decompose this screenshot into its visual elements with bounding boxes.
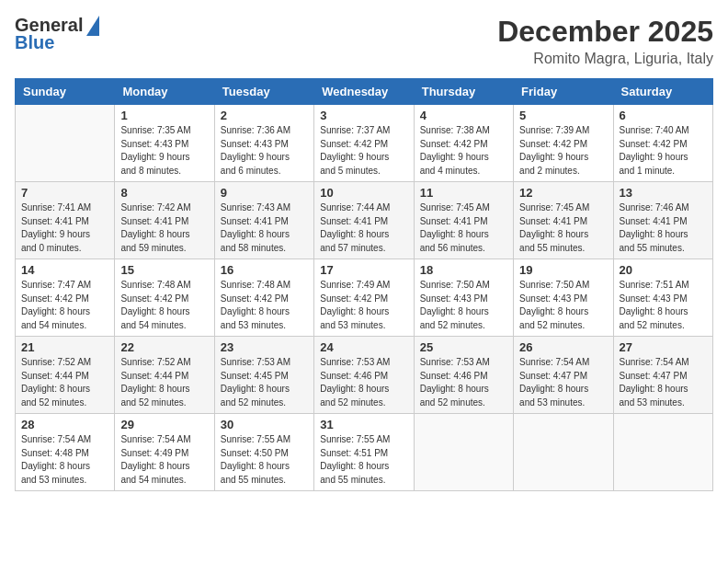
day-number: 29 xyxy=(120,418,208,431)
day-number: 6 xyxy=(620,109,707,122)
calendar-cell xyxy=(16,105,115,182)
calendar-cell: 28Sunrise: 7:54 AM Sunset: 4:48 PM Dayli… xyxy=(16,414,115,491)
calendar-cell: 12Sunrise: 7:45 AM Sunset: 4:41 PM Dayli… xyxy=(514,182,613,259)
day-number: 19 xyxy=(519,263,607,277)
day-info: Sunrise: 7:50 AM Sunset: 4:43 PM Dayligh… xyxy=(519,279,607,332)
calendar-day-header-sunday: Sunday xyxy=(16,79,115,105)
day-info: Sunrise: 7:45 AM Sunset: 4:41 PM Dayligh… xyxy=(519,201,607,255)
calendar-cell: 2Sunrise: 7:36 AM Sunset: 4:43 PM Daylig… xyxy=(214,105,313,182)
calendar-cell: 6Sunrise: 7:40 AM Sunset: 4:42 PM Daylig… xyxy=(613,105,712,182)
day-number: 28 xyxy=(21,418,108,431)
day-number: 15 xyxy=(120,263,208,277)
calendar-cell: 18Sunrise: 7:50 AM Sunset: 4:43 PM Dayli… xyxy=(414,259,513,337)
day-info: Sunrise: 7:53 AM Sunset: 4:46 PM Dayligh… xyxy=(320,356,407,409)
day-info: Sunrise: 7:54 AM Sunset: 4:48 PM Dayligh… xyxy=(21,433,108,487)
day-number: 14 xyxy=(21,263,108,277)
day-number: 3 xyxy=(320,109,407,122)
calendar-cell xyxy=(414,414,513,491)
calendar-week-row-2: 7Sunrise: 7:41 AM Sunset: 4:41 PM Daylig… xyxy=(16,182,713,259)
day-info: Sunrise: 7:54 AM Sunset: 4:47 PM Dayligh… xyxy=(620,356,707,409)
day-info: Sunrise: 7:54 AM Sunset: 4:49 PM Dayligh… xyxy=(120,433,208,487)
calendar-cell: 21Sunrise: 7:52 AM Sunset: 4:44 PM Dayli… xyxy=(16,337,115,414)
day-info: Sunrise: 7:49 AM Sunset: 4:42 PM Dayligh… xyxy=(320,279,407,332)
day-number: 12 xyxy=(519,186,607,200)
day-info: Sunrise: 7:41 AM Sunset: 4:41 PM Dayligh… xyxy=(21,201,108,255)
calendar-cell: 19Sunrise: 7:50 AM Sunset: 4:43 PM Dayli… xyxy=(514,259,613,337)
calendar-cell: 7Sunrise: 7:41 AM Sunset: 4:41 PM Daylig… xyxy=(16,182,115,259)
logo-triangle-icon xyxy=(86,16,99,36)
calendar-week-row-1: 1Sunrise: 7:35 AM Sunset: 4:43 PM Daylig… xyxy=(16,105,713,182)
day-number: 17 xyxy=(320,263,407,277)
calendar-cell: 24Sunrise: 7:53 AM Sunset: 4:46 PM Dayli… xyxy=(314,337,414,414)
day-info: Sunrise: 7:51 AM Sunset: 4:43 PM Dayligh… xyxy=(620,279,707,332)
calendar-cell: 30Sunrise: 7:55 AM Sunset: 4:50 PM Dayli… xyxy=(214,414,313,491)
day-number: 24 xyxy=(320,340,407,354)
day-info: Sunrise: 7:53 AM Sunset: 4:45 PM Dayligh… xyxy=(221,356,308,409)
calendar-cell: 1Sunrise: 7:35 AM Sunset: 4:43 PM Daylig… xyxy=(115,105,214,182)
day-info: Sunrise: 7:47 AM Sunset: 4:42 PM Dayligh… xyxy=(21,279,108,332)
day-number: 26 xyxy=(519,340,607,354)
day-info: Sunrise: 7:39 AM Sunset: 4:42 PM Dayligh… xyxy=(519,124,607,178)
calendar-cell: 15Sunrise: 7:48 AM Sunset: 4:42 PM Dayli… xyxy=(115,259,214,337)
day-number: 30 xyxy=(221,418,308,431)
calendar-cell xyxy=(613,414,712,491)
calendar-day-header-wednesday: Wednesday xyxy=(314,79,414,105)
month-title: December 2025 xyxy=(497,15,713,49)
day-number: 20 xyxy=(620,263,707,277)
calendar-cell: 31Sunrise: 7:55 AM Sunset: 4:51 PM Dayli… xyxy=(314,414,414,491)
day-info: Sunrise: 7:55 AM Sunset: 4:50 PM Dayligh… xyxy=(221,433,308,487)
calendar-cell: 29Sunrise: 7:54 AM Sunset: 4:49 PM Dayli… xyxy=(115,414,214,491)
day-info: Sunrise: 7:46 AM Sunset: 4:41 PM Dayligh… xyxy=(620,201,707,255)
day-number: 16 xyxy=(221,263,308,277)
title-block: December 2025 Romito Magra, Liguria, Ita… xyxy=(497,15,713,67)
day-number: 11 xyxy=(420,186,507,200)
day-number: 13 xyxy=(620,186,707,200)
calendar-week-row-5: 28Sunrise: 7:54 AM Sunset: 4:48 PM Dayli… xyxy=(16,414,713,491)
day-number: 21 xyxy=(21,340,108,354)
calendar-cell: 25Sunrise: 7:53 AM Sunset: 4:46 PM Dayli… xyxy=(414,337,513,414)
calendar-header-row: SundayMondayTuesdayWednesdayThursdayFrid… xyxy=(16,79,713,105)
day-number: 1 xyxy=(120,109,208,122)
day-number: 10 xyxy=(320,186,407,200)
day-number: 8 xyxy=(120,186,208,200)
day-info: Sunrise: 7:45 AM Sunset: 4:41 PM Dayligh… xyxy=(420,201,507,255)
calendar-cell: 27Sunrise: 7:54 AM Sunset: 4:47 PM Dayli… xyxy=(613,337,712,414)
calendar-day-header-saturday: Saturday xyxy=(613,79,712,105)
day-number: 18 xyxy=(420,263,507,277)
calendar-cell xyxy=(514,414,613,491)
calendar-cell: 5Sunrise: 7:39 AM Sunset: 4:42 PM Daylig… xyxy=(514,105,613,182)
calendar-week-row-3: 14Sunrise: 7:47 AM Sunset: 4:42 PM Dayli… xyxy=(16,259,713,337)
day-info: Sunrise: 7:35 AM Sunset: 4:43 PM Dayligh… xyxy=(120,124,208,178)
day-number: 23 xyxy=(221,340,308,354)
calendar-cell: 16Sunrise: 7:48 AM Sunset: 4:42 PM Dayli… xyxy=(214,259,313,337)
day-info: Sunrise: 7:37 AM Sunset: 4:42 PM Dayligh… xyxy=(320,124,407,178)
day-info: Sunrise: 7:48 AM Sunset: 4:42 PM Dayligh… xyxy=(120,279,208,332)
calendar-cell: 3Sunrise: 7:37 AM Sunset: 4:42 PM Daylig… xyxy=(314,105,414,182)
calendar-cell: 22Sunrise: 7:52 AM Sunset: 4:44 PM Dayli… xyxy=(115,337,214,414)
calendar-day-header-monday: Monday xyxy=(115,79,214,105)
calendar-day-header-thursday: Thursday xyxy=(414,79,513,105)
day-info: Sunrise: 7:53 AM Sunset: 4:46 PM Dayligh… xyxy=(420,356,507,409)
day-info: Sunrise: 7:36 AM Sunset: 4:43 PM Dayligh… xyxy=(221,124,308,178)
calendar-day-header-tuesday: Tuesday xyxy=(214,79,313,105)
day-info: Sunrise: 7:54 AM Sunset: 4:47 PM Dayligh… xyxy=(519,356,607,409)
calendar-cell: 14Sunrise: 7:47 AM Sunset: 4:42 PM Dayli… xyxy=(16,259,115,337)
calendar-cell: 17Sunrise: 7:49 AM Sunset: 4:42 PM Dayli… xyxy=(314,259,414,337)
calendar-cell: 23Sunrise: 7:53 AM Sunset: 4:45 PM Dayli… xyxy=(214,337,313,414)
day-info: Sunrise: 7:40 AM Sunset: 4:42 PM Dayligh… xyxy=(620,124,707,178)
calendar-cell: 13Sunrise: 7:46 AM Sunset: 4:41 PM Dayli… xyxy=(613,182,712,259)
logo-blue-text: Blue xyxy=(15,32,54,53)
calendar-cell: 20Sunrise: 7:51 AM Sunset: 4:43 PM Dayli… xyxy=(613,259,712,337)
calendar-cell: 26Sunrise: 7:54 AM Sunset: 4:47 PM Dayli… xyxy=(514,337,613,414)
day-info: Sunrise: 7:42 AM Sunset: 4:41 PM Dayligh… xyxy=(120,201,208,255)
day-number: 4 xyxy=(420,109,507,122)
day-number: 27 xyxy=(620,340,707,354)
day-number: 9 xyxy=(221,186,308,200)
calendar-week-row-4: 21Sunrise: 7:52 AM Sunset: 4:44 PM Dayli… xyxy=(16,337,713,414)
page-header: General Blue December 2025 Romito Magra,… xyxy=(15,15,713,67)
day-info: Sunrise: 7:55 AM Sunset: 4:51 PM Dayligh… xyxy=(320,433,407,487)
day-info: Sunrise: 7:48 AM Sunset: 4:42 PM Dayligh… xyxy=(221,279,308,332)
day-number: 2 xyxy=(221,109,308,122)
day-number: 31 xyxy=(320,418,407,431)
day-info: Sunrise: 7:50 AM Sunset: 4:43 PM Dayligh… xyxy=(420,279,507,332)
